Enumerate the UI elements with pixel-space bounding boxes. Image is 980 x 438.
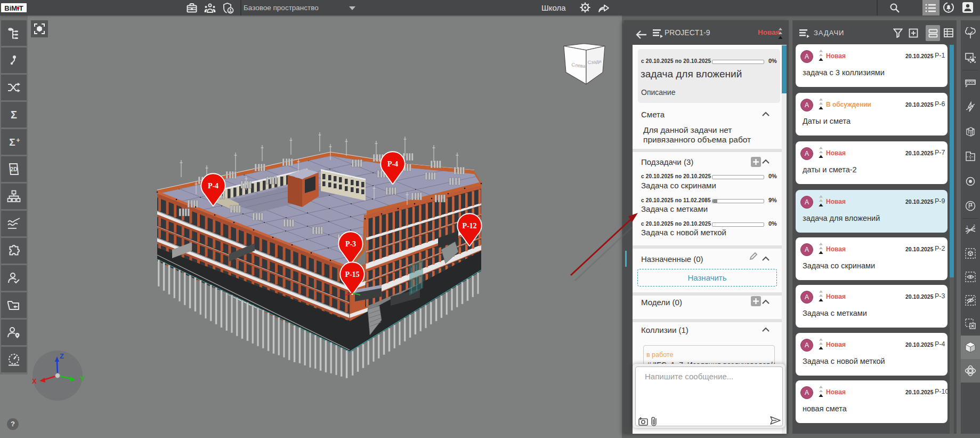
svg-text:Σ: Σ: [11, 109, 17, 121]
svg-text:Σ: Σ: [9, 137, 15, 148]
svg-text:P-12: P-12: [462, 222, 476, 230]
svg-text:P-3: P-3: [345, 240, 356, 248]
svg-text:X: X: [32, 377, 37, 385]
svg-text:Y: Y: [80, 375, 85, 383]
svg-text:2D: 2D: [11, 166, 18, 172]
svg-text:2: 2: [973, 224, 975, 228]
svg-text:1: 1: [966, 225, 968, 229]
svg-text:Z: Z: [60, 352, 64, 360]
svg-text:P-4: P-4: [387, 160, 398, 168]
svg-text:P-4: P-4: [208, 182, 218, 190]
svg-text:P-15: P-15: [345, 270, 359, 278]
svg-text:+: +: [16, 137, 20, 144]
